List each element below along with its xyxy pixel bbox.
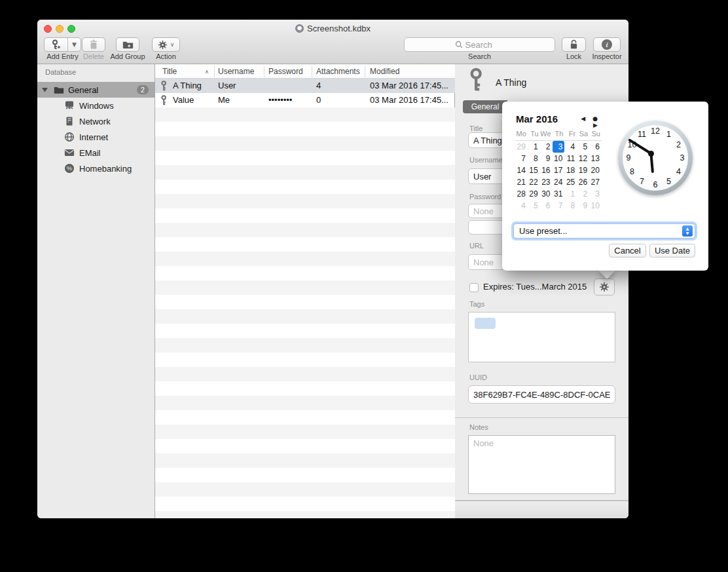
calendar-day[interactable]: 26 — [577, 176, 589, 188]
calendar-day[interactable]: 23 — [540, 176, 553, 188]
add-group-button[interactable] — [116, 37, 139, 52]
tags-field[interactable] — [468, 312, 615, 362]
table-row-value[interactable]: ValueMe••••••••003 Mar 2016 17:45... — [155, 93, 455, 107]
calendar-day[interactable]: 4 — [515, 200, 528, 212]
calendar-day[interactable]: 17 — [553, 164, 565, 176]
key-icon — [468, 67, 485, 94]
calendar-day[interactable]: 1 — [528, 141, 540, 153]
window-title: Screenshot.kdbx — [307, 24, 371, 33]
notes-field[interactable] — [468, 435, 615, 494]
expires-checkbox[interactable] — [469, 283, 479, 292]
analog-clock[interactable]: 121234567891011 — [618, 121, 693, 195]
sidebar-item-general[interactable]: General 2 — [37, 82, 155, 98]
table-row-a-thing[interactable]: A ThingUser403 Mar 2016 17:45... — [155, 79, 455, 93]
search-input[interactable] — [465, 40, 505, 50]
sidebar-item-label: Internet — [79, 132, 108, 142]
clock-number: 11 — [638, 130, 646, 139]
calendar-day[interactable]: 29 — [515, 141, 528, 153]
clock-number: 5 — [666, 177, 671, 186]
calendar-day[interactable]: 10 — [589, 200, 602, 212]
column-header-title[interactable]: Title — [162, 64, 177, 79]
info-icon: i — [602, 39, 612, 50]
calendar-day[interactable]: 22 — [528, 176, 540, 188]
expiry-date-gear-button[interactable] — [594, 278, 615, 296]
calendar-day[interactable]: 5 — [528, 200, 540, 212]
calendar-day[interactable]: 15 — [528, 164, 540, 176]
column-header-username[interactable]: Username — [218, 64, 254, 79]
column-separator — [214, 66, 215, 77]
calendar-day[interactable]: 2 — [540, 141, 553, 153]
calendar-day[interactable]: 1 — [564, 188, 577, 200]
calendar-nav-arrows[interactable]: ◀ ● ▶ — [573, 115, 600, 128]
calendar-day[interactable]: 6 — [540, 200, 553, 212]
sidebar-item-email[interactable]: EMail — [37, 145, 155, 161]
calendar-day[interactable]: 9 — [540, 153, 553, 164]
calendar-day[interactable]: 21 — [515, 176, 528, 188]
weekday-label: Sa — [577, 130, 589, 138]
calendar-day[interactable]: 18 — [564, 164, 577, 176]
calendar-day[interactable]: 7 — [515, 153, 528, 164]
calendar-day[interactable]: 20 — [589, 164, 602, 176]
sidebar-item-windows[interactable]: Windows — [37, 98, 155, 113]
sidebar-item-homebanking[interactable]: %Homebanking — [37, 161, 155, 176]
uuid-field[interactable] — [468, 385, 615, 404]
calendar-month-label: Mar 2016 — [516, 113, 558, 124]
calendar-day[interactable]: 29 — [528, 188, 540, 200]
sidebar-item-label: Network — [79, 117, 111, 126]
clock-number: 3 — [680, 153, 685, 162]
percent-icon: % — [64, 163, 75, 174]
calendar-day[interactable]: 4 — [564, 141, 577, 153]
calendar-day[interactable]: 13 — [589, 153, 602, 164]
preset-dropdown[interactable]: Use preset... ▲▼ — [513, 223, 695, 238]
action-label: Action — [152, 52, 180, 60]
inspector-button[interactable]: i — [593, 37, 621, 52]
search-field[interactable] — [404, 37, 555, 52]
chevron-down-icon: ▼ — [68, 41, 81, 48]
calendar-day[interactable]: 6 — [589, 141, 602, 153]
calendar-day[interactable]: 12 — [577, 153, 589, 164]
calendar-day[interactable]: 27 — [589, 176, 602, 188]
tab-general[interactable]: General — [463, 100, 507, 113]
column-separator — [365, 66, 365, 77]
weekday-label: Fr — [564, 130, 577, 138]
calendar-day[interactable]: 24 — [553, 176, 565, 188]
calendar-day[interactable]: 30 — [540, 188, 553, 200]
sidebar-item-label: EMail — [79, 148, 101, 158]
calendar-day[interactable]: 2 — [577, 188, 589, 200]
folder-icon — [53, 85, 64, 96]
column-header-password[interactable]: Password — [268, 64, 303, 79]
calendar-day[interactable]: 9 — [577, 200, 589, 212]
calendar-day[interactable]: 7 — [553, 200, 565, 212]
sidebar-item-internet[interactable]: Internet — [37, 129, 155, 145]
delete-button[interactable] — [82, 37, 105, 52]
sidebar-item-network[interactable]: Network — [37, 113, 155, 129]
cancel-button[interactable]: Cancel — [609, 244, 646, 257]
calendar-day[interactable]: 28 — [515, 188, 528, 200]
use-date-button[interactable]: Use Date — [649, 244, 695, 257]
add-entry-button[interactable]: ▼ — [44, 37, 81, 52]
username-field-label: Username — [469, 156, 503, 164]
calendar-day[interactable]: 19 — [577, 164, 589, 176]
clock-number: 6 — [653, 180, 658, 189]
column-header-modified[interactable]: Modified — [370, 64, 399, 79]
calendar-day[interactable]: 16 — [540, 164, 553, 176]
disclosure-triangle-icon[interactable] — [42, 87, 48, 92]
lock-button[interactable] — [562, 37, 586, 52]
calendar-day[interactable]: 10 — [553, 153, 565, 164]
calendar-day[interactable]: 11 — [564, 153, 577, 164]
trash-icon — [89, 39, 98, 50]
calendar-day[interactable]: 25 — [564, 176, 577, 188]
calendar-day[interactable]: 8 — [528, 153, 540, 164]
titlebar: Screenshot.kdbx — [37, 20, 628, 37]
clock-number: 2 — [676, 140, 681, 149]
calendar-day[interactable]: 31 — [553, 188, 565, 200]
column-header-attachments[interactable]: Attachments — [316, 64, 360, 79]
calendar-day-selected[interactable]: 3 — [553, 141, 565, 153]
table-empty-stripes — [155, 107, 455, 518]
action-button[interactable]: ∨ — [152, 37, 180, 52]
calendar-day[interactable]: 5 — [577, 141, 589, 153]
calendar-day[interactable]: 8 — [564, 200, 577, 212]
calendar-day[interactable]: 14 — [515, 164, 528, 176]
tag-token[interactable] — [475, 318, 496, 329]
calendar-day[interactable]: 3 — [589, 188, 602, 200]
